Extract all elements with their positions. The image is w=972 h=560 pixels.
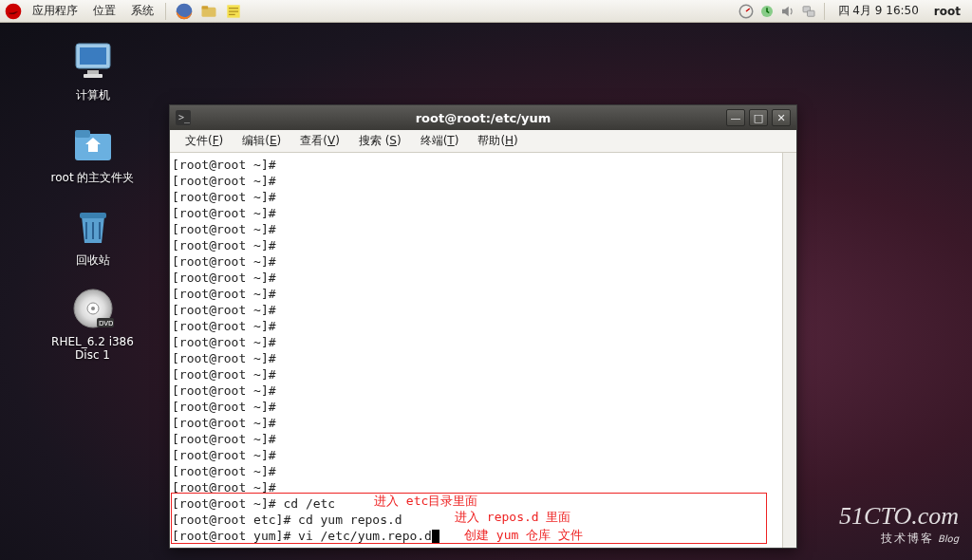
redhat-icon (4, 2, 23, 21)
update-icon[interactable] (757, 2, 776, 21)
titlebar[interactable]: >_ root@root:/etc/yum — □ ✕ (170, 105, 796, 130)
scrollbar[interactable] (782, 153, 796, 548)
menu-view[interactable]: 查看(V) (290, 131, 349, 151)
menu-file[interactable]: 文件(F) (176, 131, 233, 151)
user-menu[interactable]: root (928, 5, 968, 18)
terminal-text-area[interactable]: [root@root ~]#[root@root ~]#[root@root ~… (170, 153, 782, 548)
terminal-icon: >_ (176, 110, 191, 125)
svg-rect-15 (80, 213, 106, 218)
svg-rect-8 (807, 10, 814, 16)
svg-text:>_: >_ (178, 112, 191, 123)
terminal-window: >_ root@root:/etc/yum — □ ✕ 文件(F) 编辑(E) … (169, 104, 797, 549)
panel-right: 四 4月 9 16:50 root (737, 2, 968, 21)
panel-left: 应用程序 位置 系统 (4, 1, 244, 22)
watermark-sub2: Blog (938, 533, 959, 544)
terminal-body[interactable]: [root@root ~]#[root@root ~]#[root@root ~… (170, 153, 796, 548)
svg-point-18 (91, 307, 95, 310)
desktop-icons: 计算机 root 的主文件夹 回收站 DVD RHEL_6.2 i386 Dis… (38, 38, 147, 379)
desktop-icon-label: 回收站 (76, 252, 110, 269)
svg-rect-14 (75, 130, 90, 138)
notes-launcher[interactable] (223, 1, 244, 22)
panel-launchers (174, 1, 244, 22)
close-button[interactable]: ✕ (772, 109, 791, 126)
svg-rect-10 (80, 47, 106, 65)
home-folder-icon (70, 121, 116, 166)
svg-rect-12 (84, 74, 103, 78)
menu-terminal[interactable]: 终端(T) (411, 131, 469, 151)
svg-text:DVD: DVD (99, 320, 113, 327)
desktop-icon-computer[interactable]: 计算机 (38, 38, 147, 103)
desktop-icon-home[interactable]: root 的主文件夹 (38, 121, 147, 186)
computer-icon (70, 38, 116, 84)
watermark: 51CTO.com 技术博客 Blog (839, 502, 959, 547)
desktop-icon-label: root 的主文件夹 (51, 170, 135, 186)
watermark-sub1: 技术博客 (881, 532, 934, 545)
desktop-icon-disc[interactable]: DVD RHEL_6.2 i386 Disc 1 (38, 286, 147, 362)
svg-rect-3 (202, 6, 209, 9)
menu-edit[interactable]: 编辑(E) (233, 131, 290, 151)
volume-icon[interactable] (778, 2, 797, 21)
svg-rect-11 (87, 70, 99, 74)
svg-point-0 (6, 3, 22, 19)
watermark-site: 51CTO.com (839, 502, 959, 531)
firefox-launcher[interactable] (174, 1, 195, 22)
network-icon[interactable] (799, 2, 818, 21)
desktop-icon-label: 计算机 (76, 87, 110, 103)
menu-applications[interactable]: 应用程序 (25, 1, 85, 21)
menubar: 文件(F) 编辑(E) 查看(V) 搜索 (S) 终端(T) 帮助(H) (170, 130, 796, 153)
minimize-button[interactable]: — (726, 109, 745, 126)
top-panel: 应用程序 位置 系统 四 4月 9 16:50 (0, 0, 972, 23)
separator (165, 3, 166, 20)
clock[interactable]: 四 4月 9 16:50 (831, 3, 926, 19)
maximize-button[interactable]: □ (749, 109, 768, 126)
separator (824, 3, 825, 20)
desktop-icon-label: RHEL_6.2 i386 Disc 1 (38, 335, 147, 362)
trash-icon (70, 203, 116, 249)
window-controls: — □ ✕ (726, 109, 791, 126)
menu-system[interactable]: 系统 (123, 1, 161, 21)
desktop-icon-trash[interactable]: 回收站 (38, 203, 147, 269)
system-monitor-icon[interactable] (737, 2, 756, 21)
menu-help[interactable]: 帮助(H) (468, 131, 527, 151)
window-title: root@root:/etc/yum (170, 111, 796, 125)
disc-icon: DVD (70, 286, 116, 331)
menu-places[interactable]: 位置 (85, 1, 123, 21)
file-manager-launcher[interactable] (198, 1, 219, 22)
menu-search[interactable]: 搜索 (S) (349, 131, 411, 151)
